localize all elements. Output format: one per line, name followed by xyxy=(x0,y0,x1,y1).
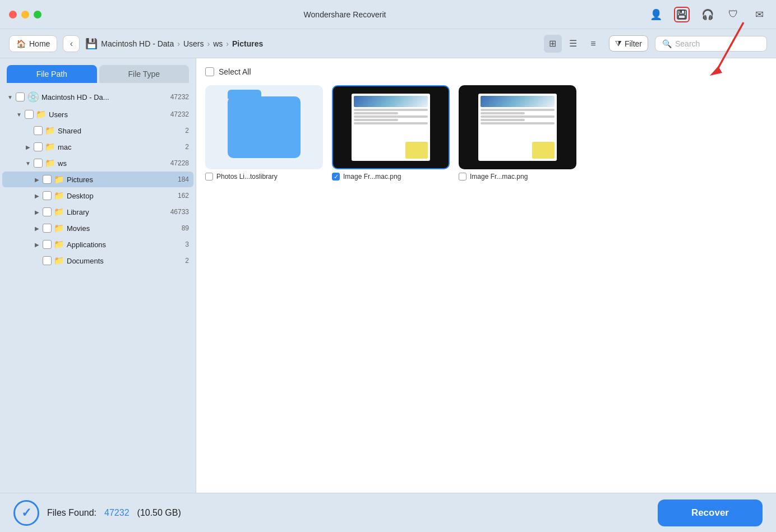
item-label: Pictures xyxy=(67,175,175,184)
folder-icon: 📁 xyxy=(45,158,56,168)
tab-filetype[interactable]: File Type xyxy=(99,65,190,83)
sidebar-item-pictures[interactable]: ▶ 📁 Pictures 184 xyxy=(2,172,193,187)
checkbox-shared[interactable] xyxy=(34,126,43,135)
file-checkbox[interactable] xyxy=(205,173,213,181)
breadcrumb: 💾 Macintosh HD - Data › Users › ws › Pic… xyxy=(85,38,263,50)
file-area: Select All Photos Li...toslibrary xyxy=(196,58,776,493)
sidebar-item-documents[interactable]: 📁 Documents 2 xyxy=(2,253,193,269)
checkbox-ws[interactable] xyxy=(34,159,43,168)
item-count: 47232 xyxy=(170,93,189,101)
sidebar-item-ws[interactable]: ▼ 📁 ws 47228 xyxy=(2,155,193,171)
item-label: Users xyxy=(49,110,168,119)
sidebar-item-users[interactable]: ▼ 📁 Users 47232 xyxy=(2,107,193,122)
sidebar-item-macintosh[interactable]: ▼ 💿 Macintosh HD - Da... 47232 xyxy=(2,88,193,106)
hdd-icon: 💿 xyxy=(27,91,39,103)
file-thumbnail xyxy=(459,85,576,169)
item-count: 2 xyxy=(185,257,189,265)
folder-icon: 📁 xyxy=(54,174,64,184)
search-box[interactable]: 🔍 Search xyxy=(655,36,767,52)
minimize-button[interactable] xyxy=(21,11,29,18)
list-view-button[interactable]: ☰ xyxy=(564,35,582,53)
back-button[interactable]: ‹ xyxy=(63,35,80,52)
search-icon: 🔍 xyxy=(662,39,672,48)
item-count: 184 xyxy=(178,175,189,183)
sidebar-item-movies[interactable]: ▶ 📁 Movies 89 xyxy=(2,220,193,236)
doc-highlight xyxy=(532,142,555,159)
checkbox-desktop[interactable] xyxy=(43,191,52,200)
select-all-checkbox[interactable] xyxy=(205,67,214,76)
item-label: Macintosh HD - Da... xyxy=(41,93,168,101)
chevron-right-icon: ▶ xyxy=(34,193,40,199)
item-count: 46733 xyxy=(170,208,189,216)
checkbox-macintosh[interactable] xyxy=(16,92,25,101)
main-content: File Path File Type ▼ 💿 Macintosh HD - D… xyxy=(0,58,776,493)
sidebar-item-library[interactable]: ▶ 📁 Library 46733 xyxy=(2,204,193,220)
checkbox-users[interactable] xyxy=(25,110,34,119)
checkbox-mac[interactable] xyxy=(34,142,43,151)
title-bar: Wondershare Recoverit 👤 🎧 🛡 ✉ xyxy=(0,0,776,29)
doc-header xyxy=(481,96,555,107)
doc-lines xyxy=(481,109,555,124)
maximize-button[interactable] xyxy=(34,11,41,18)
recover-button[interactable]: Recover xyxy=(658,499,763,526)
checkbox-applications[interactable] xyxy=(43,240,52,249)
doc-preview xyxy=(478,94,557,161)
chevron-right-icon: ▶ xyxy=(34,225,40,232)
item-label: Applications xyxy=(67,240,183,249)
folder-icon: 📁 xyxy=(36,109,47,119)
files-count: 47232 xyxy=(104,508,130,518)
check-circle: ✓ xyxy=(13,500,39,526)
file-checkbox[interactable] xyxy=(459,173,466,181)
sidebar-item-shared[interactable]: 📁 Shared 2 xyxy=(2,123,193,138)
sidebar-item-mac[interactable]: ▶ 📁 mac 2 xyxy=(2,139,193,155)
svg-rect-5 xyxy=(680,11,682,13)
breadcrumb-bar: 🏠 Home ‹ 💾 Macintosh HD - Data › Users ›… xyxy=(0,29,776,58)
item-label: Shared xyxy=(58,127,183,135)
file-item-doc2[interactable]: Image Fr...mac.png xyxy=(459,85,576,181)
file-thumbnail xyxy=(205,85,323,169)
traffic-lights xyxy=(9,11,41,18)
item-label: Movies xyxy=(67,224,179,233)
headphones-icon[interactable]: 🎧 xyxy=(700,7,715,22)
shield-icon[interactable]: 🛡 xyxy=(726,7,741,22)
file-item-doc1[interactable]: ✓ Image Fr...mac.png xyxy=(332,85,450,181)
item-label: Desktop xyxy=(67,192,175,200)
file-label: Image Fr...mac.png xyxy=(459,173,576,181)
close-button[interactable] xyxy=(9,11,17,18)
grid-view-button[interactable]: ⊞ xyxy=(544,35,562,53)
folder-icon: 📁 xyxy=(54,256,64,266)
chevron-down-icon: ▼ xyxy=(7,94,13,100)
sidebar-item-applications[interactable]: ▶ 📁 Applications 3 xyxy=(2,237,193,252)
filter-button[interactable]: ⧩ Filter xyxy=(609,35,648,52)
tab-filepath[interactable]: File Path xyxy=(7,65,97,83)
doc-highlight xyxy=(405,142,428,159)
folder-icon: 📁 xyxy=(45,126,56,136)
folder-icon: 📁 xyxy=(54,191,64,201)
doc-preview xyxy=(352,94,430,161)
checkbox-documents[interactable] xyxy=(43,256,52,265)
files-found-label: Files Found: xyxy=(47,508,96,518)
home-button[interactable]: 🏠 Home xyxy=(9,35,57,52)
item-count: 89 xyxy=(182,224,189,232)
chevron-right-icon: ▶ xyxy=(34,177,40,183)
titlebar-icons: 👤 🎧 🛡 ✉ xyxy=(648,7,767,22)
folder-graphic xyxy=(228,96,301,158)
file-thumbnail xyxy=(332,85,450,169)
checkbox-pictures[interactable] xyxy=(43,175,52,184)
checkbox-library[interactable] xyxy=(43,207,52,216)
checkbox-movies[interactable] xyxy=(43,224,52,233)
mail-icon[interactable]: ✉ xyxy=(751,7,767,22)
item-label: mac xyxy=(58,143,183,151)
sidebar: File Path File Type ▼ 💿 Macintosh HD - D… xyxy=(0,58,196,493)
file-item-folder[interactable]: Photos Li...toslibrary xyxy=(205,85,323,181)
compact-view-button[interactable]: ≡ xyxy=(584,35,602,53)
person-icon[interactable]: 👤 xyxy=(648,7,664,22)
disk-icon: 💾 xyxy=(85,38,98,50)
files-size: (10.50 GB) xyxy=(137,508,181,518)
doc-lines xyxy=(354,109,428,124)
file-checkbox[interactable]: ✓ xyxy=(332,173,340,181)
sidebar-item-desktop[interactable]: ▶ 📁 Desktop 162 xyxy=(2,188,193,203)
item-count: 162 xyxy=(178,192,189,200)
save-icon[interactable] xyxy=(674,7,690,22)
breadcrumb-ws: ws xyxy=(213,39,223,48)
